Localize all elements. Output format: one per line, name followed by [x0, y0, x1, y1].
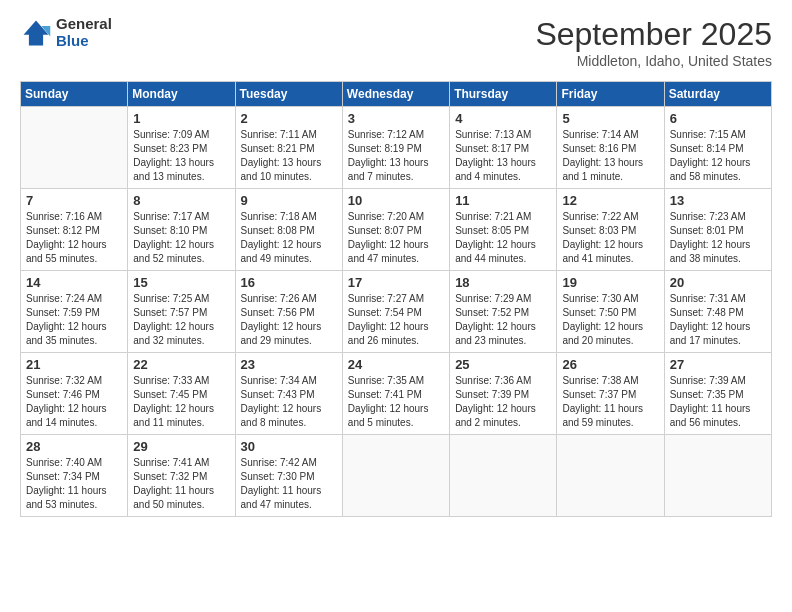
- calendar-cell: 1Sunrise: 7:09 AMSunset: 8:23 PMDaylight…: [128, 107, 235, 189]
- day-number: 25: [455, 357, 551, 372]
- calendar-week-row: 14Sunrise: 7:24 AMSunset: 7:59 PMDayligh…: [21, 271, 772, 353]
- day-info: Sunrise: 7:11 AMSunset: 8:21 PMDaylight:…: [241, 128, 337, 184]
- calendar-cell: 25Sunrise: 7:36 AMSunset: 7:39 PMDayligh…: [450, 353, 557, 435]
- day-number: 11: [455, 193, 551, 208]
- day-info: Sunrise: 7:29 AMSunset: 7:52 PMDaylight:…: [455, 292, 551, 348]
- calendar-week-row: 1Sunrise: 7:09 AMSunset: 8:23 PMDaylight…: [21, 107, 772, 189]
- day-number: 16: [241, 275, 337, 290]
- day-info: Sunrise: 7:30 AMSunset: 7:50 PMDaylight:…: [562, 292, 658, 348]
- day-info: Sunrise: 7:35 AMSunset: 7:41 PMDaylight:…: [348, 374, 444, 430]
- day-info: Sunrise: 7:41 AMSunset: 7:32 PMDaylight:…: [133, 456, 229, 512]
- day-number: 8: [133, 193, 229, 208]
- day-info: Sunrise: 7:38 AMSunset: 7:37 PMDaylight:…: [562, 374, 658, 430]
- logo: General Blue: [20, 16, 112, 49]
- day-info: Sunrise: 7:14 AMSunset: 8:16 PMDaylight:…: [562, 128, 658, 184]
- day-info: Sunrise: 7:36 AMSunset: 7:39 PMDaylight:…: [455, 374, 551, 430]
- day-number: 23: [241, 357, 337, 372]
- day-number: 14: [26, 275, 122, 290]
- day-info: Sunrise: 7:22 AMSunset: 8:03 PMDaylight:…: [562, 210, 658, 266]
- day-number: 18: [455, 275, 551, 290]
- day-header-sunday: Sunday: [21, 82, 128, 107]
- calendar-cell: 13Sunrise: 7:23 AMSunset: 8:01 PMDayligh…: [664, 189, 771, 271]
- calendar-cell: 23Sunrise: 7:34 AMSunset: 7:43 PMDayligh…: [235, 353, 342, 435]
- calendar-cell: 17Sunrise: 7:27 AMSunset: 7:54 PMDayligh…: [342, 271, 449, 353]
- day-number: 28: [26, 439, 122, 454]
- calendar-cell: 2Sunrise: 7:11 AMSunset: 8:21 PMDaylight…: [235, 107, 342, 189]
- day-number: 12: [562, 193, 658, 208]
- day-info: Sunrise: 7:32 AMSunset: 7:46 PMDaylight:…: [26, 374, 122, 430]
- day-number: 2: [241, 111, 337, 126]
- day-number: 22: [133, 357, 229, 372]
- day-number: 20: [670, 275, 766, 290]
- day-info: Sunrise: 7:40 AMSunset: 7:34 PMDaylight:…: [26, 456, 122, 512]
- calendar-cell: 16Sunrise: 7:26 AMSunset: 7:56 PMDayligh…: [235, 271, 342, 353]
- day-number: 4: [455, 111, 551, 126]
- day-number: 21: [26, 357, 122, 372]
- calendar-cell: [21, 107, 128, 189]
- calendar-cell: 12Sunrise: 7:22 AMSunset: 8:03 PMDayligh…: [557, 189, 664, 271]
- day-number: 7: [26, 193, 122, 208]
- page-container: General Blue September 2025 Middleton, I…: [0, 0, 792, 527]
- calendar-cell: 18Sunrise: 7:29 AMSunset: 7:52 PMDayligh…: [450, 271, 557, 353]
- calendar-week-row: 28Sunrise: 7:40 AMSunset: 7:34 PMDayligh…: [21, 435, 772, 517]
- calendar-cell: 30Sunrise: 7:42 AMSunset: 7:30 PMDayligh…: [235, 435, 342, 517]
- calendar-cell: 29Sunrise: 7:41 AMSunset: 7:32 PMDayligh…: [128, 435, 235, 517]
- calendar-cell: 22Sunrise: 7:33 AMSunset: 7:45 PMDayligh…: [128, 353, 235, 435]
- day-number: 10: [348, 193, 444, 208]
- day-info: Sunrise: 7:31 AMSunset: 7:48 PMDaylight:…: [670, 292, 766, 348]
- day-number: 3: [348, 111, 444, 126]
- calendar-week-row: 21Sunrise: 7:32 AMSunset: 7:46 PMDayligh…: [21, 353, 772, 435]
- calendar-cell: 14Sunrise: 7:24 AMSunset: 7:59 PMDayligh…: [21, 271, 128, 353]
- header: General Blue September 2025 Middleton, I…: [20, 16, 772, 69]
- day-info: Sunrise: 7:23 AMSunset: 8:01 PMDaylight:…: [670, 210, 766, 266]
- logo-general-text: General: [56, 16, 112, 33]
- calendar-cell: 5Sunrise: 7:14 AMSunset: 8:16 PMDaylight…: [557, 107, 664, 189]
- day-info: Sunrise: 7:25 AMSunset: 7:57 PMDaylight:…: [133, 292, 229, 348]
- day-number: 30: [241, 439, 337, 454]
- calendar-cell: 6Sunrise: 7:15 AMSunset: 8:14 PMDaylight…: [664, 107, 771, 189]
- calendar-cell: 4Sunrise: 7:13 AMSunset: 8:17 PMDaylight…: [450, 107, 557, 189]
- day-number: 5: [562, 111, 658, 126]
- title-block: September 2025 Middleton, Idaho, United …: [535, 16, 772, 69]
- day-header-thursday: Thursday: [450, 82, 557, 107]
- calendar-cell: 10Sunrise: 7:20 AMSunset: 8:07 PMDayligh…: [342, 189, 449, 271]
- calendar-cell: 15Sunrise: 7:25 AMSunset: 7:57 PMDayligh…: [128, 271, 235, 353]
- calendar-cell: 28Sunrise: 7:40 AMSunset: 7:34 PMDayligh…: [21, 435, 128, 517]
- day-number: 9: [241, 193, 337, 208]
- calendar-cell: 9Sunrise: 7:18 AMSunset: 8:08 PMDaylight…: [235, 189, 342, 271]
- day-number: 29: [133, 439, 229, 454]
- calendar-cell: 24Sunrise: 7:35 AMSunset: 7:41 PMDayligh…: [342, 353, 449, 435]
- day-number: 1: [133, 111, 229, 126]
- calendar-cell: [342, 435, 449, 517]
- day-info: Sunrise: 7:42 AMSunset: 7:30 PMDaylight:…: [241, 456, 337, 512]
- day-info: Sunrise: 7:16 AMSunset: 8:12 PMDaylight:…: [26, 210, 122, 266]
- calendar-cell: 7Sunrise: 7:16 AMSunset: 8:12 PMDaylight…: [21, 189, 128, 271]
- day-header-tuesday: Tuesday: [235, 82, 342, 107]
- calendar-cell: 3Sunrise: 7:12 AMSunset: 8:19 PMDaylight…: [342, 107, 449, 189]
- calendar-cell: 21Sunrise: 7:32 AMSunset: 7:46 PMDayligh…: [21, 353, 128, 435]
- day-number: 6: [670, 111, 766, 126]
- day-number: 24: [348, 357, 444, 372]
- day-info: Sunrise: 7:18 AMSunset: 8:08 PMDaylight:…: [241, 210, 337, 266]
- calendar-cell: [557, 435, 664, 517]
- day-header-saturday: Saturday: [664, 82, 771, 107]
- day-header-friday: Friday: [557, 82, 664, 107]
- calendar-week-row: 7Sunrise: 7:16 AMSunset: 8:12 PMDaylight…: [21, 189, 772, 271]
- logo-icon: [20, 17, 52, 49]
- day-info: Sunrise: 7:17 AMSunset: 8:10 PMDaylight:…: [133, 210, 229, 266]
- day-info: Sunrise: 7:20 AMSunset: 8:07 PMDaylight:…: [348, 210, 444, 266]
- calendar-cell: 20Sunrise: 7:31 AMSunset: 7:48 PMDayligh…: [664, 271, 771, 353]
- day-info: Sunrise: 7:34 AMSunset: 7:43 PMDaylight:…: [241, 374, 337, 430]
- calendar-cell: 8Sunrise: 7:17 AMSunset: 8:10 PMDaylight…: [128, 189, 235, 271]
- day-info: Sunrise: 7:21 AMSunset: 8:05 PMDaylight:…: [455, 210, 551, 266]
- day-number: 17: [348, 275, 444, 290]
- calendar-header-row: SundayMondayTuesdayWednesdayThursdayFrid…: [21, 82, 772, 107]
- day-info: Sunrise: 7:09 AMSunset: 8:23 PMDaylight:…: [133, 128, 229, 184]
- day-number: 19: [562, 275, 658, 290]
- calendar-cell: 19Sunrise: 7:30 AMSunset: 7:50 PMDayligh…: [557, 271, 664, 353]
- logo-text: General Blue: [56, 16, 112, 49]
- day-info: Sunrise: 7:15 AMSunset: 8:14 PMDaylight:…: [670, 128, 766, 184]
- day-number: 15: [133, 275, 229, 290]
- day-info: Sunrise: 7:12 AMSunset: 8:19 PMDaylight:…: [348, 128, 444, 184]
- day-info: Sunrise: 7:26 AMSunset: 7:56 PMDaylight:…: [241, 292, 337, 348]
